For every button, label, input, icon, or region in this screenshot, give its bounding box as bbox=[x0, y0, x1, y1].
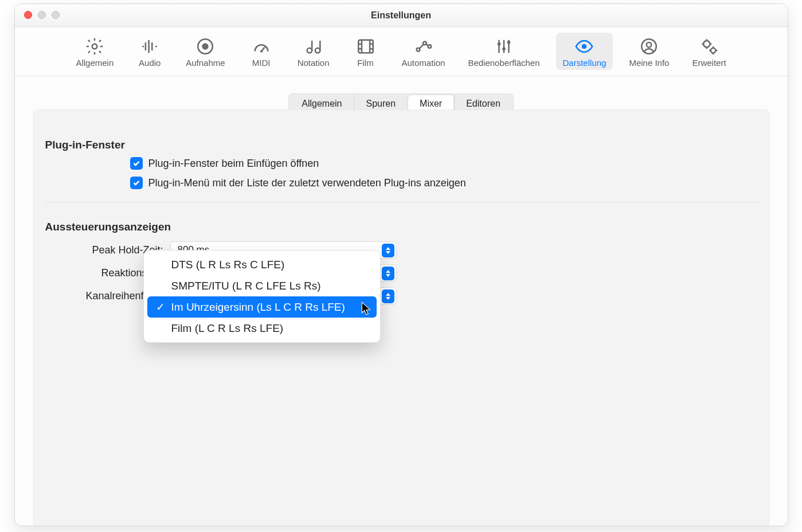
minimize-window-button[interactable] bbox=[38, 11, 46, 19]
toolbar: Allgemein Audio Aufnahme MIDI Notation bbox=[15, 27, 788, 76]
toolbar-item-label: Notation bbox=[298, 58, 330, 68]
checkbox-open-on-insert-row: Plug-in-Fenster beim Einfügen öffnen bbox=[44, 154, 758, 173]
svg-point-10 bbox=[498, 42, 501, 46]
select-stepper-icon bbox=[382, 244, 394, 257]
toolbar-item-record[interactable]: Aufnahme bbox=[179, 33, 232, 70]
svg-point-11 bbox=[502, 47, 506, 50]
checkbox-show-recent-row: Plug-in-Menü mit der Liste der zuletzt v… bbox=[44, 173, 758, 193]
svg-point-16 bbox=[703, 41, 710, 47]
film-icon bbox=[356, 36, 375, 57]
toolbar-item-label: MIDI bbox=[252, 58, 271, 68]
sliders-icon bbox=[494, 36, 514, 57]
toolbar-item-automation[interactable]: Automation bbox=[395, 33, 452, 70]
gears-icon bbox=[699, 36, 719, 57]
gauge-icon bbox=[252, 36, 271, 57]
toolbar-item-general[interactable]: Allgemein bbox=[69, 33, 120, 70]
content-area: Allgemein Spuren Mixer Editoren Plug-in-… bbox=[15, 76, 788, 526]
eye-icon bbox=[574, 36, 594, 57]
channel-order-popup[interactable]: ✓ DTS (L R Ls Rs C LFE) ✓ SMPTE/ITU (L R… bbox=[143, 250, 381, 343]
close-window-button[interactable] bbox=[24, 11, 32, 19]
window-title: Einstellungen bbox=[371, 10, 431, 21]
svg-rect-6 bbox=[358, 40, 373, 53]
checkmark-icon: ✓ bbox=[155, 300, 166, 314]
toolbar-item-label: Bedienoberflächen bbox=[468, 58, 539, 68]
toolbar-item-label: Darstellung bbox=[563, 58, 607, 68]
toolbar-item-audio[interactable]: Audio bbox=[130, 33, 170, 70]
zoom-window-button[interactable] bbox=[52, 11, 60, 19]
section-plugin-window-title: Plug-in-Fenster bbox=[44, 120, 758, 154]
channel-order-option-1[interactable]: ✓ SMPTE/ITU (L R C LFE Ls Rs) bbox=[144, 275, 380, 296]
mouse-cursor-icon bbox=[361, 301, 373, 318]
option-label: Film (L C R Ls Rs LFE) bbox=[171, 322, 284, 335]
toolbar-item-label: Erweitert bbox=[692, 58, 726, 68]
svg-point-13 bbox=[582, 44, 587, 49]
svg-point-7 bbox=[417, 48, 420, 52]
svg-point-15 bbox=[647, 42, 652, 48]
toolbar-item-label: Meine Info bbox=[629, 58, 669, 68]
preferences-window: Einstellungen Allgemein Audio Aufnahme bbox=[14, 3, 788, 526]
titlebar: Einstellungen bbox=[15, 4, 788, 27]
section-level-meters-title: Aussteuerungsanzeigen bbox=[44, 202, 758, 236]
svg-point-4 bbox=[307, 48, 312, 53]
toolbar-item-notation[interactable]: Notation bbox=[291, 33, 337, 70]
checkbox-show-recent-label: Plug-in-Menü mit der Liste der zuletzt v… bbox=[148, 177, 466, 189]
svg-point-5 bbox=[315, 48, 320, 53]
gear-icon bbox=[85, 36, 104, 57]
option-label: DTS (L R Ls Rs C LFE) bbox=[171, 259, 285, 271]
svg-point-8 bbox=[423, 42, 427, 45]
waveform-icon bbox=[140, 36, 159, 57]
option-label: SMPTE/ITU (L R C LFE Ls Rs) bbox=[171, 280, 321, 292]
toolbar-item-label: Aufnahme bbox=[186, 58, 225, 68]
select-stepper-icon bbox=[382, 290, 394, 303]
toolbar-item-label: Automation bbox=[402, 58, 445, 68]
svg-point-2 bbox=[202, 43, 209, 49]
toolbar-item-midi[interactable]: MIDI bbox=[241, 33, 281, 70]
toolbar-item-controlsurfaces[interactable]: Bedienoberflächen bbox=[461, 33, 546, 70]
channel-order-option-0[interactable]: ✓ DTS (L R Ls Rs C LFE) bbox=[144, 254, 380, 275]
checkbox-open-on-insert-label: Plug-in-Fenster beim Einfügen öffnen bbox=[148, 158, 319, 170]
channel-order-option-2[interactable]: ✓ Im Uhrzeigersinn (Ls L C R Rs LFE) bbox=[147, 296, 377, 318]
checkbox-open-on-insert[interactable] bbox=[130, 157, 143, 170]
user-icon bbox=[639, 36, 659, 57]
select-stepper-icon bbox=[382, 267, 394, 280]
toolbar-item-myinfo[interactable]: Meine Info bbox=[622, 33, 676, 70]
toolbar-item-label: Film bbox=[357, 58, 373, 68]
option-label: Im Uhrzeigersinn (Ls L C R Rs LFE) bbox=[171, 301, 345, 314]
channel-order-option-3[interactable]: ✓ Film (L C R Ls Rs LFE) bbox=[144, 318, 380, 339]
toolbar-item-film[interactable]: Film bbox=[346, 33, 386, 70]
svg-point-17 bbox=[711, 48, 716, 53]
record-icon bbox=[195, 36, 215, 57]
svg-point-12 bbox=[507, 41, 511, 44]
toolbar-item-label: Allgemein bbox=[76, 58, 114, 68]
toolbar-item-label: Audio bbox=[139, 58, 161, 68]
traffic-lights bbox=[24, 11, 60, 19]
toolbar-item-display[interactable]: Darstellung bbox=[556, 33, 613, 70]
checkbox-show-recent[interactable] bbox=[130, 177, 143, 189]
toolbar-item-advanced[interactable]: Erweitert bbox=[685, 33, 733, 70]
music-notes-icon bbox=[304, 36, 323, 57]
automation-icon bbox=[413, 36, 433, 57]
svg-point-0 bbox=[92, 44, 97, 49]
